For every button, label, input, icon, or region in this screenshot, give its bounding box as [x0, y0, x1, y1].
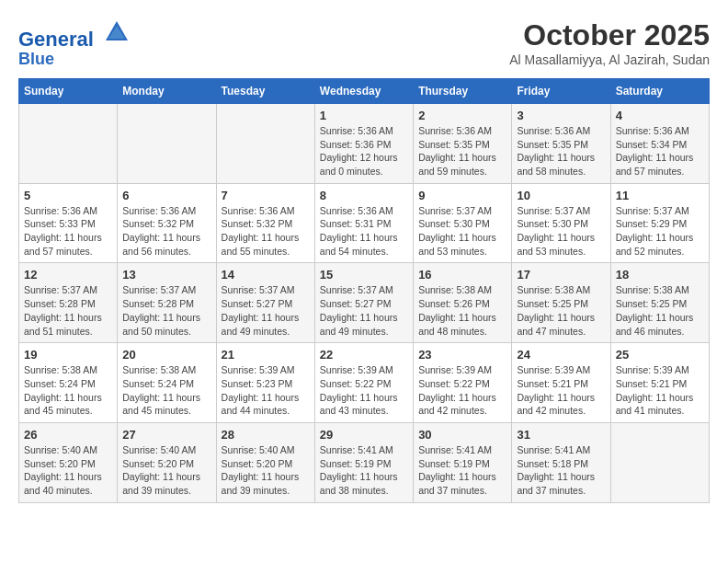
day-number: 26: [24, 428, 112, 442]
calendar-cell: 21Sunrise: 5:39 AM Sunset: 5:23 PM Dayli…: [216, 343, 314, 423]
day-number: 7: [222, 189, 310, 202]
day-info: Sunrise: 5:37 AM Sunset: 5:28 PM Dayligh…: [122, 283, 210, 338]
calendar-cell: 19Sunrise: 5:38 AM Sunset: 5:24 PM Dayli…: [19, 343, 118, 423]
day-number: 24: [517, 348, 605, 362]
day-info: Sunrise: 5:41 AM Sunset: 5:18 PM Dayligh…: [517, 443, 605, 498]
day-number: 15: [320, 268, 408, 282]
calendar-table: SundayMondayTuesdayWednesdayThursdayFrid…: [18, 78, 710, 503]
day-number: 3: [517, 109, 605, 122]
calendar-cell: 16Sunrise: 5:38 AM Sunset: 5:26 PM Dayli…: [414, 263, 512, 343]
day-number: 12: [24, 268, 112, 282]
calendar-cell: 17Sunrise: 5:38 AM Sunset: 5:25 PM Dayli…: [512, 263, 610, 343]
calendar-cell: 18Sunrise: 5:38 AM Sunset: 5:25 PM Dayli…: [610, 263, 709, 343]
day-info: Sunrise: 5:38 AM Sunset: 5:26 PM Dayligh…: [418, 283, 506, 338]
day-info: Sunrise: 5:39 AM Sunset: 5:22 PM Dayligh…: [320, 363, 408, 418]
day-info: Sunrise: 5:41 AM Sunset: 5:19 PM Dayligh…: [320, 443, 408, 498]
day-number: 29: [320, 428, 408, 442]
calendar-cell: 14Sunrise: 5:37 AM Sunset: 5:27 PM Dayli…: [216, 263, 314, 343]
logo-text: General: [18, 18, 131, 51]
day-info: Sunrise: 5:39 AM Sunset: 5:21 PM Dayligh…: [517, 363, 605, 418]
location-subtitle: Al Masallamiyya, Al Jazirah, Sudan: [509, 52, 710, 67]
weekday-header: Saturday: [610, 78, 709, 103]
calendar-cell: 4Sunrise: 5:36 AM Sunset: 5:34 PM Daylig…: [610, 103, 709, 183]
day-info: Sunrise: 5:38 AM Sunset: 5:25 PM Dayligh…: [517, 283, 605, 338]
day-info: Sunrise: 5:41 AM Sunset: 5:19 PM Dayligh…: [418, 443, 506, 498]
header-row: SundayMondayTuesdayWednesdayThursdayFrid…: [19, 78, 710, 103]
day-number: 14: [222, 268, 310, 282]
day-number: 30: [418, 428, 506, 442]
day-number: 10: [517, 189, 605, 202]
day-info: Sunrise: 5:36 AM Sunset: 5:32 PM Dayligh…: [122, 204, 210, 259]
weekday-header: Tuesday: [216, 78, 314, 103]
day-number: 19: [24, 348, 112, 362]
calendar-cell: 13Sunrise: 5:37 AM Sunset: 5:28 PM Dayli…: [118, 263, 216, 343]
day-info: Sunrise: 5:36 AM Sunset: 5:35 PM Dayligh…: [517, 124, 605, 178]
day-info: Sunrise: 5:37 AM Sunset: 5:27 PM Dayligh…: [320, 283, 408, 338]
calendar-cell: 9Sunrise: 5:37 AM Sunset: 5:30 PM Daylig…: [414, 183, 512, 263]
day-number: 6: [122, 189, 210, 202]
day-number: 18: [616, 268, 704, 282]
day-number: 16: [418, 268, 506, 282]
day-number: 21: [222, 348, 310, 362]
day-number: 4: [616, 109, 704, 122]
weekday-header: Thursday: [414, 78, 512, 103]
day-info: Sunrise: 5:37 AM Sunset: 5:30 PM Dayligh…: [418, 204, 506, 259]
calendar-cell: 7Sunrise: 5:36 AM Sunset: 5:32 PM Daylig…: [216, 183, 314, 263]
day-number: 28: [222, 428, 310, 442]
calendar-cell: [610, 422, 709, 502]
day-info: Sunrise: 5:38 AM Sunset: 5:25 PM Dayligh…: [616, 283, 704, 338]
calendar-cell: 20Sunrise: 5:38 AM Sunset: 5:24 PM Dayli…: [118, 343, 216, 423]
day-number: 23: [418, 348, 506, 362]
title-block: October 2025 Al Masallamiyya, Al Jazirah…: [509, 18, 710, 67]
calendar-cell: 10Sunrise: 5:37 AM Sunset: 5:30 PM Dayli…: [512, 183, 610, 263]
day-info: Sunrise: 5:36 AM Sunset: 5:35 PM Dayligh…: [418, 124, 506, 178]
day-info: Sunrise: 5:37 AM Sunset: 5:30 PM Dayligh…: [517, 204, 605, 259]
calendar-cell: 11Sunrise: 5:37 AM Sunset: 5:29 PM Dayli…: [610, 183, 709, 263]
day-number: 27: [122, 428, 210, 442]
day-number: 13: [122, 268, 210, 282]
calendar-cell: 31Sunrise: 5:41 AM Sunset: 5:18 PM Dayli…: [512, 422, 610, 502]
day-number: 31: [517, 428, 605, 442]
day-number: 17: [517, 268, 605, 282]
day-info: Sunrise: 5:39 AM Sunset: 5:21 PM Dayligh…: [616, 363, 704, 418]
calendar-cell: 5Sunrise: 5:36 AM Sunset: 5:33 PM Daylig…: [19, 183, 118, 263]
calendar-cell: 3Sunrise: 5:36 AM Sunset: 5:35 PM Daylig…: [512, 103, 610, 183]
calendar-cell: 29Sunrise: 5:41 AM Sunset: 5:19 PM Dayli…: [314, 422, 413, 502]
day-info: Sunrise: 5:37 AM Sunset: 5:27 PM Dayligh…: [222, 283, 310, 338]
day-info: Sunrise: 5:37 AM Sunset: 5:28 PM Dayligh…: [24, 283, 112, 338]
calendar-week-row: 26Sunrise: 5:40 AM Sunset: 5:20 PM Dayli…: [19, 422, 710, 502]
calendar-cell: 12Sunrise: 5:37 AM Sunset: 5:28 PM Dayli…: [19, 263, 118, 343]
weekday-header: Wednesday: [314, 78, 413, 103]
day-number: 25: [616, 348, 704, 362]
day-number: 5: [24, 189, 112, 202]
calendar-cell: 30Sunrise: 5:41 AM Sunset: 5:19 PM Dayli…: [414, 422, 512, 502]
day-number: 8: [320, 189, 408, 202]
logo-general: General: [18, 28, 94, 51]
page-header: General Blue October 2025 Al Masallamiyy…: [18, 18, 710, 69]
day-number: 9: [418, 189, 506, 202]
logo: General Blue: [18, 18, 131, 69]
calendar-cell: 15Sunrise: 5:37 AM Sunset: 5:27 PM Dayli…: [314, 263, 413, 343]
day-info: Sunrise: 5:39 AM Sunset: 5:23 PM Dayligh…: [222, 363, 310, 418]
day-info: Sunrise: 5:37 AM Sunset: 5:29 PM Dayligh…: [616, 204, 704, 259]
calendar-cell: 6Sunrise: 5:36 AM Sunset: 5:32 PM Daylig…: [118, 183, 216, 263]
day-info: Sunrise: 5:38 AM Sunset: 5:24 PM Dayligh…: [24, 363, 112, 418]
logo-blue: Blue: [18, 51, 131, 69]
weekday-header: Sunday: [19, 78, 118, 103]
day-info: Sunrise: 5:36 AM Sunset: 5:34 PM Dayligh…: [616, 124, 704, 178]
day-number: 22: [320, 348, 408, 362]
day-number: 2: [418, 109, 506, 122]
month-title: October 2025: [509, 18, 710, 52]
day-info: Sunrise: 5:40 AM Sunset: 5:20 PM Dayligh…: [122, 443, 210, 498]
day-info: Sunrise: 5:36 AM Sunset: 5:33 PM Dayligh…: [24, 204, 112, 259]
calendar-week-row: 19Sunrise: 5:38 AM Sunset: 5:24 PM Dayli…: [19, 343, 710, 423]
day-info: Sunrise: 5:38 AM Sunset: 5:24 PM Dayligh…: [122, 363, 210, 418]
calendar-week-row: 12Sunrise: 5:37 AM Sunset: 5:28 PM Dayli…: [19, 263, 710, 343]
weekday-header: Friday: [512, 78, 610, 103]
calendar-cell: 27Sunrise: 5:40 AM Sunset: 5:20 PM Dayli…: [118, 422, 216, 502]
day-number: 11: [616, 189, 704, 202]
calendar-cell: 24Sunrise: 5:39 AM Sunset: 5:21 PM Dayli…: [512, 343, 610, 423]
calendar-week-row: 5Sunrise: 5:36 AM Sunset: 5:33 PM Daylig…: [19, 183, 710, 263]
day-info: Sunrise: 5:36 AM Sunset: 5:31 PM Dayligh…: [320, 204, 408, 259]
logo-icon: [103, 18, 131, 46]
